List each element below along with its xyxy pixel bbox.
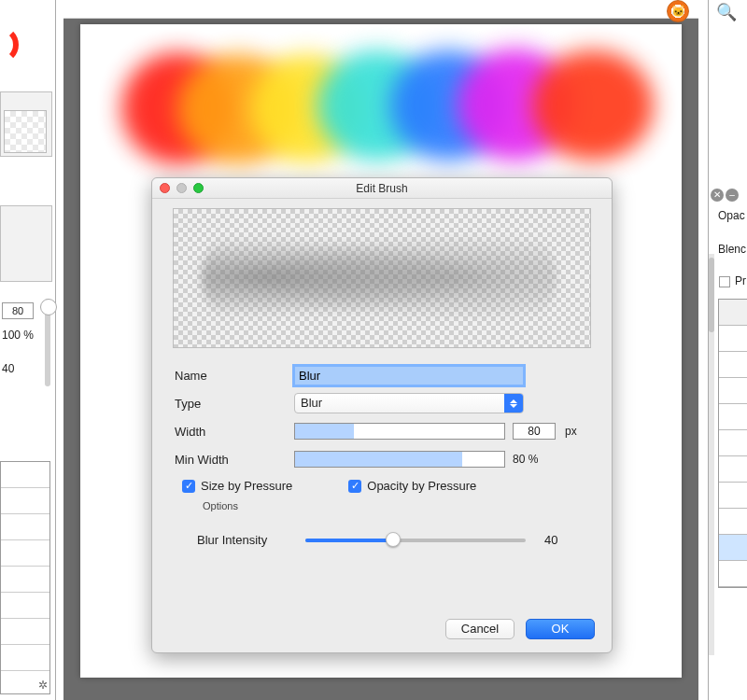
blur-intensity-label: Blur Intensity [197, 533, 305, 547]
vertical-slider[interactable] [45, 299, 50, 386]
size-readout[interactable]: 80 [2, 302, 34, 319]
blur-intensity-value: 40 [544, 533, 557, 547]
name-input[interactable] [294, 366, 524, 385]
minimize-icon[interactable] [176, 183, 187, 193]
list-item[interactable] [1, 619, 49, 645]
close-icon[interactable]: ✕ [711, 189, 724, 202]
list-item[interactable] [719, 535, 747, 561]
gear-icon[interactable]: ✲ [38, 679, 48, 692]
list-item[interactable] [719, 483, 747, 509]
right-sidebar: 🔍 ✕ – Opac Blenc Pr [708, 0, 747, 700]
close-icon[interactable] [160, 183, 170, 193]
name-label: Name [175, 369, 294, 383]
list-item[interactable] [719, 326, 747, 352]
dialog-titlebar[interactable]: Edit Brush [152, 178, 612, 199]
zoom-icon[interactable]: 🔍 [716, 2, 737, 22]
list-item[interactable] [1, 567, 49, 593]
preserve-checkbox[interactable] [719, 276, 730, 287]
size-by-pressure-label: Size by Pressure [201, 479, 292, 493]
edit-brush-dialog: Edit Brush Name Type Blur Width 80 px Mi… [151, 177, 613, 653]
list-item[interactable] [719, 561, 747, 587]
opacity-readout: 100 % [2, 325, 37, 345]
list-item[interactable] [1, 488, 49, 514]
window-controls [160, 183, 204, 193]
blend-label: Blenc [718, 243, 746, 256]
list-item[interactable] [1, 540, 49, 567]
width-unit: px [565, 425, 577, 438]
list-item[interactable] [719, 404, 747, 430]
list-item[interactable] [1, 462, 49, 488]
list-item[interactable] [719, 509, 747, 535]
avatar[interactable]: 🐱 [667, 0, 689, 22]
type-value: Blur [301, 396, 322, 410]
layer-grid[interactable] [718, 299, 747, 588]
width-label: Width [175, 425, 294, 439]
opacity-label: Opac [718, 209, 745, 222]
scrollbar[interactable] [709, 254, 714, 655]
cancel-button[interactable]: Cancel [445, 619, 514, 639]
transparent-swatch[interactable] [4, 110, 47, 153]
options-legend: Options [199, 500, 242, 511]
size-by-pressure-checkbox[interactable]: ✓ Size by Pressure [182, 479, 292, 493]
list-item[interactable] [719, 300, 747, 326]
opacity-by-pressure-checkbox[interactable]: ✓ Opacity by Pressure [348, 479, 476, 493]
width-value-input[interactable]: 80 [513, 423, 556, 440]
width-slider[interactable] [294, 423, 505, 440]
options-group: Options Blur Intensity 40 [184, 497, 580, 603]
color-wheel-fragment[interactable] [0, 26, 19, 63]
list-item[interactable] [1, 593, 49, 619]
left-params: 80 100 % 40 [2, 301, 37, 379]
list-item[interactable] [719, 378, 747, 404]
min-width-slider[interactable] [294, 451, 505, 468]
brush-list[interactable]: ✲ [0, 461, 50, 694]
blur-intensity-slider[interactable] [305, 539, 526, 542]
texture-panel [0, 205, 52, 282]
ok-button[interactable]: OK [526, 619, 595, 639]
list-item[interactable] [1, 645, 49, 671]
brush-preview [173, 208, 591, 348]
type-select[interactable]: Blur [294, 393, 524, 413]
min-width-label: Min Width [175, 453, 294, 467]
left-sidebar: 80 100 % 40 ✲ [0, 0, 56, 700]
check-icon: ✓ [348, 480, 361, 493]
min-width-value: 80 % [513, 453, 538, 466]
preserve-label: Pr [735, 274, 746, 287]
canvas-toolbar: 🐱 [63, 0, 698, 19]
opacity-by-pressure-label: Opacity by Pressure [367, 479, 476, 493]
type-label: Type [175, 397, 294, 411]
list-item[interactable] [719, 352, 747, 378]
check-icon: ✓ [182, 480, 195, 493]
panel-controls: ✕ – [711, 189, 739, 202]
value-readout: 40 [2, 358, 37, 379]
list-item[interactable] [719, 456, 747, 483]
minimize-icon[interactable]: – [726, 189, 739, 202]
brush-stroke-sample [121, 49, 644, 170]
maximize-icon[interactable] [193, 183, 204, 193]
list-item[interactable] [1, 514, 49, 540]
dialog-title: Edit Brush [356, 182, 407, 195]
chevron-updown-icon [504, 394, 523, 413]
list-item[interactable] [719, 430, 747, 456]
